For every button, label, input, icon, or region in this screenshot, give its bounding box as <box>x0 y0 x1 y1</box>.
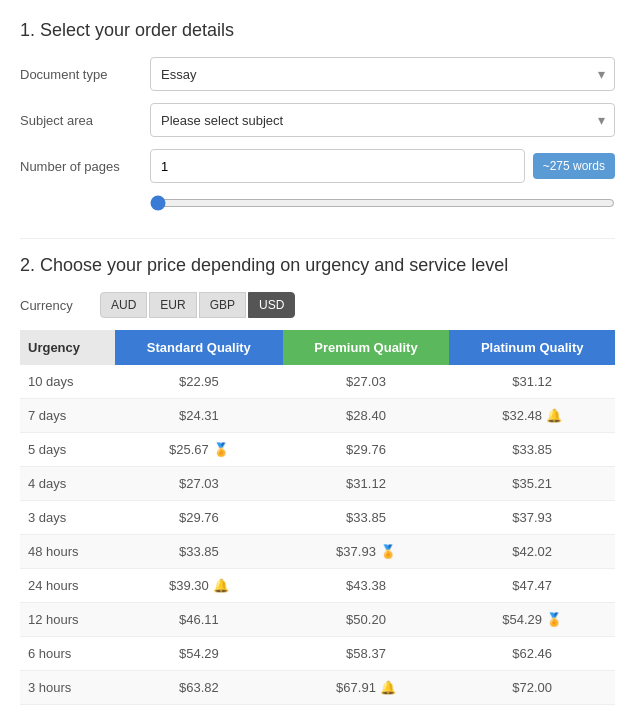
pages-slider[interactable] <box>150 195 615 211</box>
currency-aud[interactable]: AUD <box>100 292 147 318</box>
section-2-title: 2. Choose your price depending on urgenc… <box>20 255 615 276</box>
platinum-cell: $32.48🔔 <box>449 399 615 433</box>
green-badge-icon: 🏅 <box>213 442 229 457</box>
premium-cell: $37.93🏅 <box>283 535 450 569</box>
col-platinum: Platinum Quality <box>449 330 615 365</box>
currency-gbp[interactable]: GBP <box>199 292 246 318</box>
yellow-badge-icon: 🔔 <box>213 578 229 593</box>
premium-cell: $58.37 <box>283 637 450 671</box>
pages-input[interactable] <box>150 149 525 183</box>
premium-cell: $28.40 <box>283 399 450 433</box>
words-badge: ~275 words <box>533 153 615 179</box>
document-type-wrapper[interactable]: Essay <box>150 57 615 91</box>
urgency-cell: 12 hours <box>20 603 115 637</box>
currency-usd[interactable]: USD <box>248 292 295 318</box>
col-premium: Premium Quality <box>283 330 450 365</box>
slider-row <box>150 195 615 214</box>
platinum-cell: $72.00 <box>449 671 615 705</box>
pages-label: Number of pages <box>20 159 150 174</box>
table-row: 3 hours $63.82 $67.91🔔 $72.00 <box>20 671 615 705</box>
currency-row: Currency AUD EUR GBP USD <box>20 292 615 318</box>
standard-cell: $63.82 <box>115 671 283 705</box>
subject-area-wrapper[interactable]: Please select subject <box>150 103 615 137</box>
premium-cell: $67.91🔔 <box>283 671 450 705</box>
standard-cell: $33.85 <box>115 535 283 569</box>
platinum-cell: $33.85 <box>449 433 615 467</box>
currency-eur[interactable]: EUR <box>149 292 196 318</box>
table-row: 48 hours $33.85 $37.93🏅 $42.02 <box>20 535 615 569</box>
standard-cell: $24.31 <box>115 399 283 433</box>
premium-cell: $43.38 <box>283 569 450 603</box>
document-type-label: Document type <box>20 67 150 82</box>
document-type-select[interactable]: Essay <box>150 57 615 91</box>
platinum-cell: $37.93 <box>449 501 615 535</box>
urgency-cell: 48 hours <box>20 535 115 569</box>
platinum-cell: $54.29🏅 <box>449 603 615 637</box>
urgency-cell: 7 days <box>20 399 115 433</box>
subject-area-label: Subject area <box>20 113 150 128</box>
section-divider <box>20 238 615 239</box>
standard-cell: $46.11 <box>115 603 283 637</box>
section-1-title: 1. Select your order details <box>20 20 615 41</box>
green-badge-icon: 🏅 <box>380 544 396 559</box>
premium-cell: $33.85 <box>283 501 450 535</box>
platinum-cell: $62.46 <box>449 637 615 671</box>
section-1: 1. Select your order details Document ty… <box>20 20 615 214</box>
green-badge-icon: 🏅 <box>546 612 562 627</box>
yellow-badge-icon: 🔔 <box>546 408 562 423</box>
table-row: 7 days $24.31 $28.40 $32.48🔔 <box>20 399 615 433</box>
urgency-cell: 6 hours <box>20 637 115 671</box>
platinum-cell: $31.12 <box>449 365 615 399</box>
table-row: 5 days $25.67🏅 $29.76 $33.85 <box>20 433 615 467</box>
standard-cell: $22.95 <box>115 365 283 399</box>
standard-cell: $29.76 <box>115 501 283 535</box>
urgency-cell: 3 days <box>20 501 115 535</box>
pricing-table: Urgency Standard Quality Premium Quality… <box>20 330 615 705</box>
table-row: 4 days $27.03 $31.12 $35.21 <box>20 467 615 501</box>
subject-area-row: Subject area Please select subject <box>20 103 615 137</box>
urgency-cell: 5 days <box>20 433 115 467</box>
subject-area-select[interactable]: Please select subject <box>150 103 615 137</box>
table-row: 10 days $22.95 $27.03 $31.12 <box>20 365 615 399</box>
currency-label: Currency <box>20 298 100 313</box>
pricing-tbody: 10 days $22.95 $27.03 $31.12 7 days $24.… <box>20 365 615 705</box>
yellow-badge-icon: 🔔 <box>380 680 396 695</box>
col-standard: Standard Quality <box>115 330 283 365</box>
table-row: 6 hours $54.29 $58.37 $62.46 <box>20 637 615 671</box>
urgency-cell: 4 days <box>20 467 115 501</box>
pages-input-group: ~275 words <box>150 149 615 183</box>
urgency-cell: 10 days <box>20 365 115 399</box>
premium-cell: $50.20 <box>283 603 450 637</box>
col-urgency: Urgency <box>20 330 115 365</box>
pages-row: Number of pages ~275 words <box>20 149 615 183</box>
table-row: 24 hours $39.30🔔 $43.38 $47.47 <box>20 569 615 603</box>
standard-cell: $39.30🔔 <box>115 569 283 603</box>
standard-cell: $25.67🏅 <box>115 433 283 467</box>
table-row: 12 hours $46.11 $50.20 $54.29🏅 <box>20 603 615 637</box>
urgency-cell: 3 hours <box>20 671 115 705</box>
urgency-cell: 24 hours <box>20 569 115 603</box>
platinum-cell: $42.02 <box>449 535 615 569</box>
section-2: 2. Choose your price depending on urgenc… <box>20 255 615 705</box>
standard-cell: $27.03 <box>115 467 283 501</box>
premium-cell: $29.76 <box>283 433 450 467</box>
platinum-cell: $47.47 <box>449 569 615 603</box>
premium-cell: $31.12 <box>283 467 450 501</box>
standard-cell: $54.29 <box>115 637 283 671</box>
table-row: 3 days $29.76 $33.85 $37.93 <box>20 501 615 535</box>
document-type-row: Document type Essay <box>20 57 615 91</box>
platinum-cell: $35.21 <box>449 467 615 501</box>
premium-cell: $27.03 <box>283 365 450 399</box>
table-header: Urgency Standard Quality Premium Quality… <box>20 330 615 365</box>
currency-buttons: AUD EUR GBP USD <box>100 292 295 318</box>
